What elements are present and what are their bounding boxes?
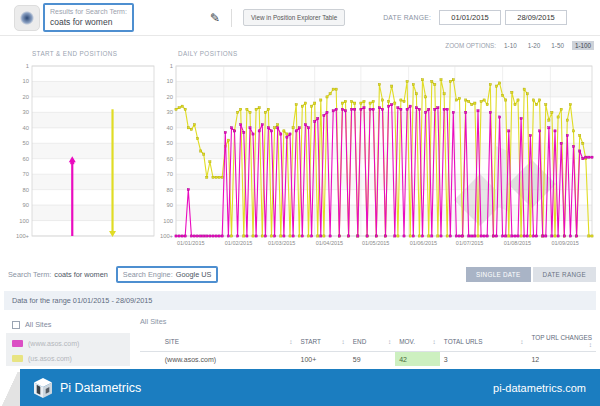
search-engine-label: Search Engine:: [123, 270, 173, 279]
svg-text:50: 50: [23, 140, 29, 146]
svg-text:40: 40: [23, 125, 29, 131]
svg-text:90: 90: [23, 202, 29, 208]
daily-positions-chart-block: DAILY POSITIONS 110203040506070809010010…: [160, 50, 598, 260]
search-engine-value: Google US: [176, 270, 212, 279]
www-asos-swatch: [12, 340, 23, 347]
sort-icon[interactable]: ↕: [342, 338, 345, 345]
sort-icon[interactable]: ↕: [520, 338, 523, 345]
search-term-label: Results for Search Term:: [50, 7, 127, 16]
svg-text:01/01/2015: 01/01/2015: [177, 240, 205, 246]
app-logo: [14, 5, 40, 31]
column-header-total-urls[interactable]: TOTAL URLS↕: [440, 331, 528, 352]
column-header-end[interactable]: END↕: [349, 331, 395, 352]
legend-item-www-asos[interactable]: (www.asos.com): [12, 340, 124, 347]
footer-bar: Pi Datametrics pi-datametrics.com: [20, 369, 600, 406]
zoom-option-1-50[interactable]: 1-50: [548, 41, 567, 50]
pi-cube-icon: [34, 378, 52, 398]
date-from-input[interactable]: [439, 10, 501, 25]
data-range-bar: Data for the range 01/01/2015 - 28/09/20…: [4, 291, 596, 310]
svg-text:80: 80: [167, 187, 173, 193]
date-range-label: DATE RANGE:: [383, 14, 431, 21]
svg-text:50: 50: [167, 140, 173, 146]
svg-text:01/06/2015: 01/06/2015: [410, 240, 438, 246]
header: Results for Search Term: coats for women…: [0, 0, 600, 36]
all-sites-checkbox-row[interactable]: All Sites: [6, 316, 130, 333]
filter-search-term-label: Search Term:: [8, 270, 51, 279]
svg-text:01/07/2015: 01/07/2015: [456, 240, 484, 246]
footer: Pi Datametrics pi-datametrics.com: [0, 366, 600, 406]
svg-text:30: 30: [167, 109, 173, 115]
svg-text:100: 100: [19, 218, 29, 224]
zoom-options-bar: ZOOM OPTIONS: 1-10 1-20 1-50 1-100: [0, 36, 600, 50]
svg-text:01/03/2015: 01/03/2015: [268, 240, 296, 246]
daily-positions-chart-title: DAILY POSITIONS: [178, 50, 598, 60]
swatch-column-header: [140, 331, 161, 352]
column-header-mov[interactable]: MOV.↕: [395, 331, 440, 352]
svg-text:60: 60: [23, 156, 29, 162]
table-title: All Sites: [140, 317, 596, 326]
date-mode-toggle: SINGLE DATE DATE RANGE: [466, 267, 596, 282]
footer-brand: Pi Datametrics: [60, 381, 141, 395]
svg-text:20: 20: [23, 94, 29, 100]
sort-icon[interactable]: ↕: [433, 338, 436, 345]
search-engine-box[interactable]: Search Engine: Google US: [116, 266, 219, 283]
start-end-chart-title: START & END POSITIONS: [32, 50, 160, 60]
svg-text:80: 80: [23, 187, 29, 193]
svg-text:01/05/2015: 01/05/2015: [362, 240, 390, 246]
legend-item-label: (www.asos.com): [28, 340, 79, 347]
all-sites-checkbox[interactable]: [12, 321, 20, 329]
column-header-top-url-changes[interactable]: TOP URL CHANGES↕: [527, 331, 596, 352]
sort-icon[interactable]: ↕: [388, 338, 391, 345]
svg-text:70: 70: [23, 171, 29, 177]
position-explorer-button[interactable]: View in Position Explorer Table: [243, 9, 345, 26]
svg-text:40: 40: [167, 125, 173, 131]
svg-text:70: 70: [167, 171, 173, 177]
svg-text:60: 60: [167, 156, 173, 162]
legend-item-us-asos[interactable]: (us.asos.com): [12, 355, 124, 362]
all-sites-label: All Sites: [25, 320, 51, 329]
date-range-button[interactable]: DATE RANGE: [533, 267, 596, 282]
zoom-option-1-100[interactable]: 1-100: [572, 41, 594, 50]
svg-text:90: 90: [167, 202, 173, 208]
sort-icon[interactable]: ↕: [289, 338, 292, 345]
us-asos-swatch: [12, 355, 23, 362]
search-term-value: coats for women: [50, 17, 127, 28]
svg-text:01/04/2015: 01/04/2015: [316, 240, 344, 246]
sort-icon[interactable]: ↕: [589, 341, 592, 348]
zoom-options-label: ZOOM OPTIONS:: [445, 42, 496, 49]
search-term-box[interactable]: Results for Search Term: coats for women: [43, 3, 134, 31]
footer-wedge: [0, 372, 22, 406]
svg-text:1: 1: [170, 63, 173, 69]
svg-text:01/09/2015: 01/09/2015: [551, 240, 579, 246]
svg-text:10: 10: [167, 78, 173, 84]
svg-text:01/02/2015: 01/02/2015: [225, 240, 253, 246]
svg-text:10: 10: [23, 78, 29, 84]
single-date-button[interactable]: SINGLE DATE: [466, 267, 530, 282]
zoom-option-1-20[interactable]: 1-20: [525, 41, 544, 50]
zoom-option-1-10[interactable]: 1-10: [501, 41, 520, 50]
column-header-start[interactable]: START↕: [297, 331, 349, 352]
footer-domain: pi-datametrics.com: [493, 382, 586, 394]
table-header-row: SITE↕ START↕ END↕ MOV.↕ TOTAL URLS↕ TOP …: [140, 331, 596, 352]
start-end-chart[interactable]: 1102030405060708090100100+: [6, 60, 160, 242]
charts-section: START & END POSITIONS 110203040506070809…: [0, 50, 600, 260]
date-range-controls: DATE RANGE:: [383, 10, 600, 25]
start-end-chart-block: START & END POSITIONS 110203040506070809…: [6, 50, 160, 260]
svg-text:100+: 100+: [16, 233, 30, 239]
daily-positions-chart[interactable]: 1102030405060708090100100+01/01/201501/0…: [160, 60, 598, 256]
filter-search-term-value: coats for women: [54, 270, 108, 279]
edit-icon[interactable]: ✎: [210, 11, 220, 25]
header-divider: [231, 9, 232, 27]
svg-text:01/08/2015: 01/08/2015: [504, 240, 532, 246]
filter-row: Search Term: coats for women Search Engi…: [0, 260, 600, 284]
svg-text:100+: 100+: [160, 233, 174, 239]
svg-text:100: 100: [163, 218, 173, 224]
svg-text:1: 1: [26, 63, 29, 69]
pi-datametrics-report: Results for Search Term: coats for women…: [0, 0, 600, 406]
svg-text:20: 20: [167, 94, 173, 100]
column-header-site[interactable]: SITE↕: [161, 331, 297, 352]
svg-text:30: 30: [23, 109, 29, 115]
date-to-input[interactable]: [505, 10, 567, 25]
legend-item-label: (us.asos.com): [28, 355, 72, 362]
